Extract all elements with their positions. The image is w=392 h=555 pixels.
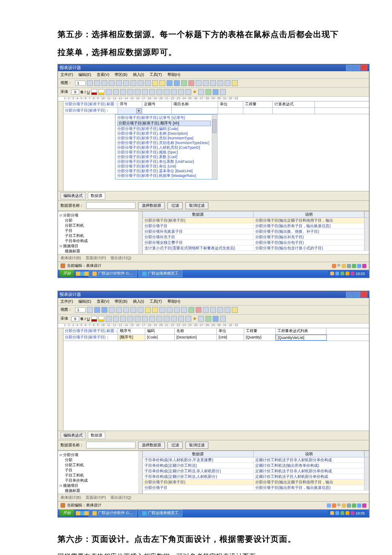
filter-button[interactable]: 过滤 [167, 202, 183, 209]
star-icon[interactable]: ★ [193, 316, 197, 321]
fill-color-icon[interactable] [98, 316, 104, 322]
tray-icon[interactable] [330, 272, 334, 275]
menu-help[interactable]: 帮助(H) [167, 299, 181, 304]
tb-icon[interactable] [196, 307, 202, 313]
grid-row[interactable]: 分部分项全独立费子目分部分项子目(输出分包子目) [143, 240, 369, 246]
view-dropdown[interactable]: 1 [75, 81, 86, 86]
menu-edit[interactable]: 编辑(E) [78, 299, 91, 304]
grid-row[interactable]: 子目单价构成(定额计价工料法)定额计价工料机法(输出所有单价构成) [143, 463, 369, 468]
grid-row[interactable]: 分部分项子目分部分项子目(输出所有子目，输出换算信息) [143, 223, 369, 229]
tray-icon[interactable] [330, 511, 334, 515]
tb-icon[interactable] [174, 307, 180, 313]
tree-node[interactable]: 措施 [60, 254, 141, 254]
tb-icon[interactable] [213, 316, 219, 322]
menu-band[interactable]: 带区(B) [115, 72, 127, 77]
tb-icon[interactable] [123, 307, 129, 313]
tb-icon[interactable] [156, 89, 162, 95]
tab-body-design[interactable]: 表体设计(B) [61, 495, 81, 500]
dropdown-item[interactable]: 分部分项子目(标准子目).类别名称 [NormItemTypeDesc] [117, 141, 211, 145]
tb-icon[interactable] [145, 307, 151, 313]
tray-icon[interactable] [357, 503, 361, 508]
chevron-down-icon[interactable]: ▾ [136, 108, 141, 113]
tb-icon[interactable] [210, 307, 216, 313]
grid-row[interactable]: 子目单价构成(定额计价工料法,人材机部分)定额计价工料机法子目人材机部分单价构成 [143, 474, 369, 480]
tb-icon[interactable] [142, 89, 148, 95]
clear-filter-button[interactable]: 取消过滤 [185, 442, 208, 449]
tb-icon[interactable] [135, 316, 141, 322]
tree-node[interactable]: ⊟ 分部分项 [60, 452, 141, 457]
tb-icon[interactable] [225, 80, 231, 86]
tab-datasource[interactable]: 数据源 [88, 192, 105, 199]
clear-filter-button[interactable]: 取消过滤 [185, 202, 208, 209]
tb-icon[interactable] [171, 89, 177, 95]
col-hdr[interactable]: 工程量 [243, 101, 273, 107]
tb-icon[interactable] [145, 80, 151, 86]
ds-name-input[interactable] [86, 202, 135, 209]
tb-icon[interactable] [127, 316, 133, 322]
tb-icon[interactable] [149, 89, 155, 95]
dropdown-item[interactable]: 分部分项子目(标准子目).系数 [Coef] [117, 155, 211, 159]
tb-icon[interactable] [101, 80, 107, 86]
dropdown-item[interactable]: 分部分项子目(标准子目).人材机类别 [CostTypeID] [117, 145, 211, 150]
tb-icon[interactable] [188, 80, 194, 86]
font-size[interactable]: 9 [71, 90, 79, 95]
field-cell[interactable]: [Unit] [217, 335, 244, 341]
tb-icon[interactable] [130, 80, 136, 86]
dropdown-item[interactable]: 分部分项子目(标准子目).名称 [Description] [117, 131, 211, 136]
italic-icon[interactable]: I [85, 90, 86, 94]
tab-expr[interactable]: 编辑表达式 [61, 432, 86, 439]
tb-icon[interactable] [217, 80, 223, 86]
tb-icon[interactable] [171, 316, 177, 322]
tb-icon[interactable] [106, 89, 112, 95]
maximize-icon[interactable] [353, 65, 360, 71]
tab-page-design[interactable]: 页面设计(P) [86, 256, 106, 260]
dropdown-item[interactable]: 分部分项子目(标准子目).单位 [Unit] [117, 164, 211, 169]
design-canvas[interactable]: 分部分项子目(标准子目).标题： 序号 定额号 项目名称 单位 工程量 计算表达… [58, 101, 369, 191]
tb-icon[interactable] [116, 307, 122, 313]
tb-icon[interactable] [203, 307, 209, 313]
task-button[interactable]: 广联达计价软件 G… [89, 509, 137, 517]
tb-icon[interactable] [164, 89, 170, 95]
fill-color-icon[interactable] [98, 89, 104, 95]
close-icon[interactable] [360, 292, 367, 298]
ql-icon[interactable] [84, 272, 89, 276]
dropdown-item[interactable]: 分部分项子目(标准子目).类别 [NormItemType] [117, 136, 211, 141]
tray-icon[interactable] [352, 503, 356, 508]
star-icon[interactable]: ★ [193, 89, 197, 95]
tb-icon[interactable] [213, 89, 219, 95]
grid-row[interactable]: 含计算小式子目(需要在式明细框下标量表达式生效后)分部分项子目(输出包含计算小式… [143, 246, 369, 251]
bold-icon[interactable]: B [81, 90, 84, 94]
col-hdr[interactable]: 计算表达式 [273, 101, 315, 107]
tb-icon[interactable] [220, 89, 226, 95]
tab-exit-design[interactable]: 退出设计(Q) [110, 495, 131, 500]
tray-icon[interactable] [357, 264, 361, 268]
font-name[interactable]: 宋体 [61, 89, 68, 95]
minimize-icon[interactable] [346, 65, 353, 71]
tb-icon[interactable] [164, 316, 170, 322]
bold-icon[interactable]: B [81, 317, 84, 321]
tb-icon[interactable] [174, 80, 180, 86]
tb-icon[interactable] [232, 80, 238, 86]
tb-icon[interactable] [203, 80, 209, 86]
tb-icon[interactable] [101, 307, 107, 313]
ql-icon[interactable] [84, 511, 89, 515]
tb-icon[interactable] [116, 80, 122, 86]
select-ds-button[interactable]: 选择数据源 [138, 442, 165, 449]
grid-row[interactable]: 子目单价构成(定额计价工料法,非人材机部分)定额计价工料机法子目非人材机部分单价… [143, 468, 369, 474]
tb-icon[interactable] [152, 307, 158, 313]
tab-datasource[interactable]: 数据源 [88, 432, 105, 439]
tb-icon[interactable] [198, 89, 204, 95]
tray-icon[interactable] [352, 264, 356, 268]
tb-icon[interactable] [198, 316, 204, 322]
dropdown-item[interactable]: 分部分项子目(标准子目).编码 [Code] [117, 127, 211, 131]
datasource-tree[interactable]: ⊟ 分部分项 分部 分部工料机 子目 子目工料机 子目单价构成 ⊟ 措施项目 措… [58, 451, 143, 494]
tb-icon[interactable] [87, 307, 93, 313]
tb-icon[interactable] [94, 80, 100, 86]
underline-icon[interactable]: U [87, 317, 90, 321]
menu-help[interactable]: 帮助(H) [167, 72, 181, 77]
dropdown-item[interactable]: 分部分项子目(标准子目).规格 [Spec] [117, 150, 211, 155]
tray-icon[interactable] [347, 503, 351, 508]
dropdown-item[interactable]: 分部分项子目(标准子目).记录号 [记录号] [117, 116, 211, 120]
tray-icon[interactable] [340, 272, 344, 275]
menu-view[interactable]: 查看(V) [97, 299, 110, 304]
